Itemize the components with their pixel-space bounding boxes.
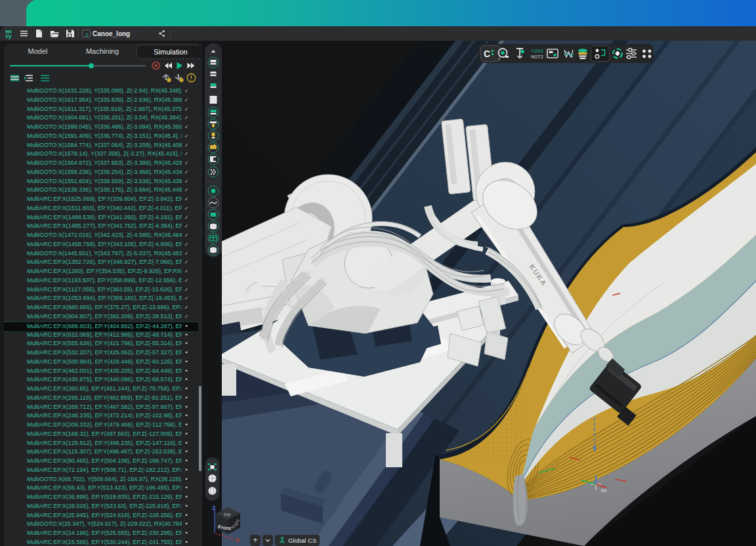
svg-text:X: X [236,537,240,542]
svg-text:C: C [484,49,490,59]
svg-text:+1GO: +1GO [531,49,543,53]
svg-text:Z: Z [212,505,216,511]
svg-text:N1: N1 [601,488,607,493]
svg-text:NGT2: NGT2 [531,54,543,59]
svg-text:Front: Front [217,524,232,532]
